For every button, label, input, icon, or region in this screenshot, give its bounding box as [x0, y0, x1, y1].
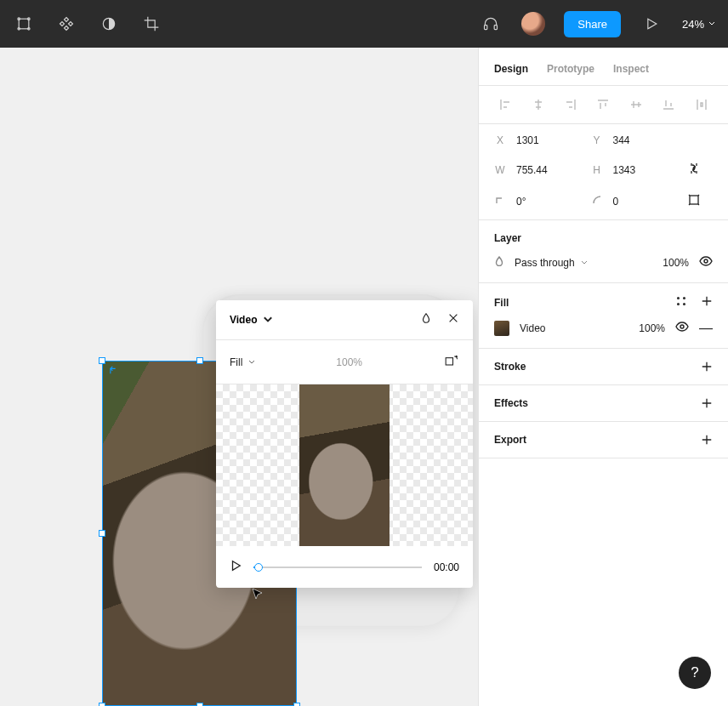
rotate-crop-icon[interactable] — [442, 352, 459, 372]
alignment-row — [479, 86, 728, 124]
align-right-icon[interactable] — [556, 94, 585, 115]
flyout-opacity[interactable]: 100% — [263, 356, 435, 368]
resize-handle[interactable] — [99, 703, 105, 706]
video-fill-panel: Video Fill 100% — [216, 300, 473, 588]
x-label: X — [494, 134, 506, 146]
effects-section[interactable]: Effects — [479, 385, 728, 422]
align-vcenter-icon[interactable] — [622, 94, 651, 115]
svg-point-14 — [684, 304, 685, 305]
fill-mode-dropdown[interactable]: Fill — [230, 356, 256, 368]
panel-tabs: Design Prototype Inspect — [479, 48, 728, 86]
cursor-icon — [252, 588, 264, 603]
time-display: 00:00 — [434, 561, 459, 573]
w-value[interactable]: 755.44 — [516, 164, 548, 176]
h-value[interactable]: 1343 — [613, 164, 636, 176]
svg-rect-9 — [690, 196, 698, 204]
timeline-knob[interactable] — [254, 563, 263, 572]
transform-origin-icon — [110, 366, 118, 376]
align-top-icon[interactable] — [589, 94, 617, 115]
tab-prototype[interactable]: Prototype — [547, 63, 594, 75]
h-label: H — [591, 164, 603, 176]
fill-opacity[interactable]: 100% — [639, 322, 665, 334]
align-left-icon[interactable] — [491, 94, 520, 115]
blend-drop-icon[interactable] — [494, 256, 504, 269]
transform-section: X1301 Y344 W755.44 H1343 0° 0 — [479, 124, 728, 220]
layer-opacity[interactable]: 100% — [663, 257, 689, 269]
blend-mode-dropdown[interactable]: Pass through — [515, 257, 652, 269]
add-effect-icon[interactable] — [701, 397, 713, 409]
fill-mode-label: Fill — [230, 356, 242, 368]
top-toolbar: Share 24% — [0, 0, 728, 48]
timeline-slider[interactable] — [253, 567, 422, 568]
chevron-down-icon — [247, 358, 256, 367]
layer-section: Layer Pass through 100% — [479, 220, 728, 283]
fill-section: Fill Video 100% — — [479, 283, 728, 349]
play-button[interactable] — [230, 560, 242, 574]
fill-swatch[interactable] — [494, 321, 509, 336]
x-value[interactable]: 1301 — [516, 134, 539, 146]
resize-handle[interactable] — [293, 703, 300, 706]
avatar[interactable] — [521, 12, 545, 36]
effects-title: Effects — [494, 397, 528, 409]
component-tool-icon[interactable] — [54, 12, 78, 36]
svg-point-12 — [684, 298, 685, 299]
svg-rect-6 — [485, 26, 487, 30]
constrain-proportions-icon[interactable] — [687, 162, 713, 178]
mask-tool-icon[interactable] — [97, 12, 121, 36]
fill-item-label[interactable]: Video — [520, 322, 628, 334]
expand-radius-icon[interactable] — [687, 193, 713, 209]
svg-rect-0 — [19, 19, 29, 29]
visibility-icon[interactable] — [699, 254, 713, 270]
tab-design[interactable]: Design — [494, 63, 528, 75]
chevron-down-icon — [708, 20, 716, 28]
svg-point-11 — [678, 298, 680, 299]
fill-style-icon[interactable] — [675, 295, 687, 310]
fill-visibility-icon[interactable] — [675, 320, 689, 336]
resize-handle[interactable] — [196, 357, 203, 364]
rotation-value[interactable]: 0° — [516, 196, 526, 208]
export-section[interactable]: Export — [479, 422, 728, 458]
stroke-section[interactable]: Stroke — [479, 349, 728, 385]
close-icon[interactable] — [447, 312, 459, 327]
add-export-icon[interactable] — [701, 434, 713, 446]
chevron-down-icon — [262, 314, 274, 326]
y-label: Y — [591, 134, 603, 146]
crop-tool-icon[interactable] — [139, 12, 163, 36]
blend-mode-icon[interactable] — [420, 312, 432, 327]
svg-rect-8 — [446, 358, 452, 365]
frame-tool-icon[interactable] — [12, 12, 36, 36]
chevron-down-icon — [580, 259, 589, 267]
radius-icon — [591, 195, 603, 208]
video-preview[interactable] — [216, 384, 473, 546]
layer-title: Layer — [494, 232, 521, 244]
help-button[interactable]: ? — [679, 657, 711, 689]
distribute-icon[interactable] — [687, 94, 716, 115]
svg-point-15 — [680, 325, 684, 328]
stroke-title: Stroke — [494, 361, 526, 373]
headphones-icon[interactable] — [479, 12, 503, 36]
flyout-title-dropdown[interactable]: Video — [230, 314, 274, 326]
present-icon[interactable] — [640, 12, 663, 36]
y-value[interactable]: 344 — [613, 134, 630, 146]
resize-handle[interactable] — [99, 357, 105, 364]
svg-point-13 — [678, 304, 680, 305]
share-button[interactable]: Share — [564, 11, 621, 37]
resize-handle[interactable] — [99, 530, 105, 537]
w-label: W — [494, 164, 506, 176]
tab-inspect[interactable]: Inspect — [613, 63, 649, 75]
svg-point-10 — [704, 259, 708, 263]
flyout-title: Video — [230, 314, 257, 326]
add-stroke-icon[interactable] — [701, 361, 713, 373]
canvas[interactable]: 755.44 × 1343 · Video Video Fill 100% — [0, 48, 478, 706]
fill-title: Fill — [494, 297, 509, 309]
right-panel: Design Prototype Inspect X1301 Y344 W755… — [478, 48, 728, 706]
add-fill-icon[interactable] — [701, 295, 713, 310]
zoom-dropdown[interactable]: 24% — [682, 18, 716, 31]
resize-handle[interactable] — [196, 703, 203, 706]
radius-value[interactable]: 0 — [613, 196, 619, 208]
align-hcenter-icon[interactable] — [523, 94, 552, 115]
zoom-value: 24% — [682, 18, 704, 31]
export-title: Export — [494, 434, 526, 446]
align-bottom-icon[interactable] — [654, 94, 683, 115]
svg-rect-7 — [494, 26, 497, 30]
